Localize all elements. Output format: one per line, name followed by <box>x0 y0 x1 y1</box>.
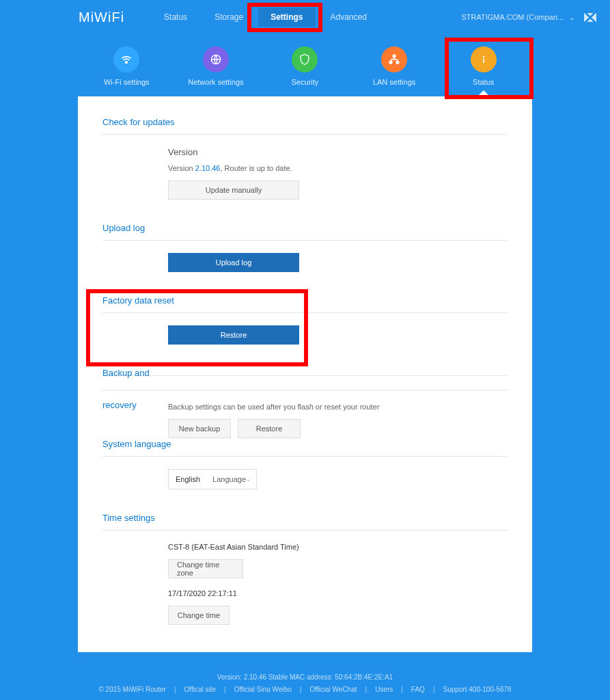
svg-point-2 <box>393 55 396 57</box>
mail-icon[interactable] <box>584 13 596 22</box>
change-timezone-button[interactable]: Change time zone <box>168 559 243 578</box>
section-factory-reset: Factory data reset Restore <box>102 295 508 345</box>
language-select[interactable]: English Language ⌄ <box>168 469 257 489</box>
footer-copyright: © 2015 MiWiFi Router <box>98 684 166 696</box>
nav-status[interactable]: Status <box>152 8 199 27</box>
account-dropdown[interactable]: STRATIGMA.COM (Compan... ⌄ <box>461 13 596 22</box>
backup-restore-button[interactable]: Restore <box>238 419 301 438</box>
version-heading: Version <box>168 147 508 157</box>
backup-description: Backup settings can be used after you fl… <box>168 403 508 411</box>
footer-link[interactable]: Support 400-100-5678 <box>443 684 511 696</box>
subtab-label: Security <box>292 78 319 86</box>
subtab-status[interactable]: Status <box>439 46 528 86</box>
version-number: 2.10.46 <box>195 164 221 172</box>
section-title: Factory data reset <box>102 295 508 313</box>
active-tab-indicator <box>477 90 490 96</box>
subtab-network-settings[interactable]: Network settings <box>171 46 260 86</box>
section-title-line2: recovery <box>102 390 168 417</box>
footer-link[interactable]: Users <box>375 684 393 696</box>
footer-link[interactable]: Official WeChat <box>309 684 357 696</box>
section-upload-log: Upload log Upload log <box>102 223 508 272</box>
change-time-button[interactable]: Change time <box>168 606 230 625</box>
network-icon <box>381 46 407 72</box>
new-backup-button[interactable]: New backup <box>168 419 231 438</box>
account-label: STRATIGMA.COM (Compan... <box>461 13 564 21</box>
settings-subnav: Wi-Fi settings Network settings Security… <box>0 34 610 86</box>
version-suffix: , Router is up to date. <box>220 164 292 172</box>
nav-advanced[interactable]: Advanced <box>318 8 379 27</box>
subtab-label: LAN settings <box>373 78 415 86</box>
section-title: Check for updates <box>102 117 508 135</box>
info-icon <box>471 46 497 72</box>
section-title: System language <box>102 439 508 457</box>
svg-point-5 <box>483 56 484 57</box>
wifi-icon <box>113 46 139 72</box>
language-current-value: English <box>169 475 207 483</box>
section-time-settings: Time settings CST-8 (EAT-East Asian Stan… <box>102 513 508 625</box>
update-manually-button[interactable]: Update manually <box>168 180 299 200</box>
section-title: Upload log <box>102 223 508 241</box>
subtab-label: Network settings <box>188 78 243 86</box>
footer-link[interactable]: Offical site <box>184 684 217 696</box>
subtab-lan-settings[interactable]: LAN settings <box>350 46 439 86</box>
section-system-language: System language English Language ⌄ <box>102 439 508 489</box>
version-prefix: Version <box>168 164 195 172</box>
subtab-label: Wi-Fi settings <box>104 78 150 86</box>
current-time-value: 17/17/2020 22:17:11 <box>168 589 508 597</box>
primary-nav: Status Storage Settings Advanced <box>152 8 379 27</box>
nav-settings[interactable]: Settings <box>258 8 315 27</box>
nav-storage[interactable]: Storage <box>202 8 255 27</box>
factory-restore-button[interactable]: Restore <box>168 325 299 345</box>
globe-icon <box>203 46 229 72</box>
footer-link[interactable]: Official Sina Weibo <box>234 684 292 696</box>
section-title: Time settings <box>102 513 508 530</box>
version-line: Version 2.10.46, Router is up to date. <box>168 164 508 172</box>
footer-link[interactable]: FAQ <box>411 684 425 696</box>
chevron-down-icon: ⌄ <box>569 14 574 21</box>
shield-icon <box>292 46 318 72</box>
language-label: Language <box>212 475 246 483</box>
brand-logo: MiWiFi <box>79 10 124 25</box>
subtab-wifi-settings[interactable]: Wi-Fi settings <box>82 46 171 86</box>
subtab-security[interactable]: Security <box>260 46 349 86</box>
upload-log-button[interactable]: Upload log <box>168 253 299 272</box>
svg-rect-6 <box>483 58 484 63</box>
svg-point-3 <box>389 61 392 64</box>
section-check-for-updates: Check for updates Version Version 2.10.4… <box>102 117 508 200</box>
page-footer: Version: 2.10.46 Stable MAC address: 50:… <box>0 671 610 696</box>
svg-point-4 <box>396 61 399 64</box>
footer-version-line: Version: 2.10.46 Stable MAC address: 50:… <box>0 671 610 684</box>
svg-point-0 <box>126 62 128 64</box>
chevron-down-icon: ⌄ <box>246 476 251 483</box>
timezone-value: CST-8 (EAT-East Asian Standard Time) <box>168 543 508 551</box>
section-backup-recovery: Backup and recovery Backup settings can … <box>102 368 508 376</box>
subtab-label: Status <box>473 78 494 86</box>
section-title: Backup and <box>102 368 508 378</box>
settings-status-panel: Check for updates Version Version 2.10.4… <box>78 96 532 652</box>
